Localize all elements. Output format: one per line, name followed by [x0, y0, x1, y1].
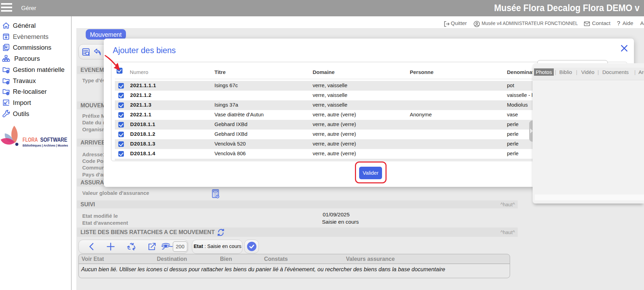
svg-text:FLORA: FLORA [23, 137, 38, 143]
svg-text:SOFTWARE: SOFTWARE [40, 137, 67, 143]
svg-text:Bibliothèques | Archives | Mus: Bibliothèques | Archives | Musées [23, 143, 68, 147]
